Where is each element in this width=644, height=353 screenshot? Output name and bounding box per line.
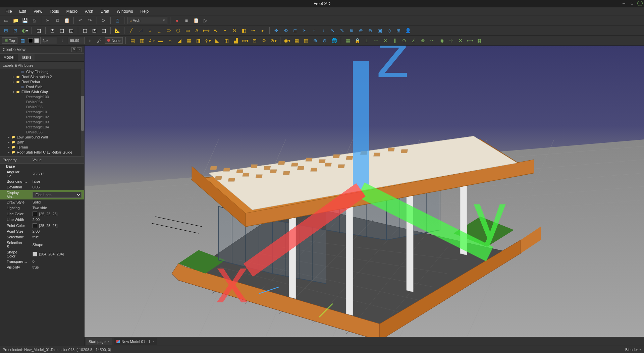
tree-row[interactable]: ◫Roof Slab (0, 84, 84, 89)
cut-icon[interactable]: ✂ (44, 16, 52, 24)
wire2bspline-icon[interactable]: ≋ (347, 26, 356, 35)
snap-special-icon[interactable]: ✕ (457, 37, 465, 45)
draft2sketch-icon[interactable]: ◇ (385, 26, 393, 35)
space-icon[interactable]: ◫ (222, 37, 230, 45)
rebar-icon[interactable]: ⫽▾ (147, 37, 155, 45)
display-mode-dropdown[interactable]: Flat Lines (33, 192, 82, 198)
nav-axis-icon[interactable]: z y x (85, 46, 641, 351)
help-icon[interactable]: ⍰ (113, 16, 121, 24)
open-icon[interactable]: 📁 (11, 16, 19, 24)
move-icon[interactable]: ✥ (272, 26, 280, 35)
close-button[interactable]: × (637, 1, 643, 6)
tree-row[interactable]: DWire054 (0, 99, 84, 104)
equipment-icon[interactable]: ⚙ (260, 37, 268, 45)
addpoint-icon[interactable]: ⊕ (357, 26, 365, 35)
menu-help[interactable]: Help (137, 8, 152, 15)
macro-record-icon[interactable]: ● (173, 16, 181, 24)
snap-ext-icon[interactable]: ⋯ (428, 37, 436, 45)
bspline-icon[interactable]: ∿ (212, 26, 220, 35)
close-tab-icon[interactable]: × (108, 340, 110, 343)
apply-style-icon[interactable]: 🖌 (95, 37, 103, 45)
tree-row[interactable]: ▾📁Filler Slab Clay (0, 89, 84, 94)
close-tab-icon[interactable]: × (152, 340, 154, 343)
line-icon[interactable]: ╱ (127, 26, 135, 35)
property-row[interactable]: Angular De…28.50 ° (0, 169, 84, 179)
construction-mode-icon[interactable]: ▨ (19, 37, 27, 45)
property-row[interactable]: LightingTwo side (0, 205, 84, 211)
property-row[interactable]: Selectabletrue (0, 234, 84, 240)
window-icon[interactable]: ▦ (185, 37, 193, 45)
top-icon[interactable]: ◳ (58, 26, 66, 35)
chevron-down-icon[interactable]: ▾ (639, 347, 641, 352)
left-icon[interactable]: ◲ (100, 26, 108, 35)
snap-endpoint-icon[interactable]: ⊙ (400, 37, 408, 45)
snap-perp-icon[interactable]: ⟂ (363, 37, 371, 45)
property-row[interactable]: Selection S…Shape (0, 240, 84, 249)
property-row[interactable]: Display Mo…Flat Lines (0, 190, 84, 199)
fit-selection-icon[interactable]: ⊡ (11, 26, 19, 35)
fit-all-icon[interactable]: ⊞ (2, 26, 10, 35)
snap-dim-icon[interactable]: ⟷ (466, 37, 474, 45)
survey-icon[interactable]: 🌐 (330, 37, 338, 45)
menu-view[interactable]: View (30, 8, 46, 15)
ellipse-icon[interactable]: ⬭ (165, 26, 173, 35)
property-row[interactable]: Line Width2.00 (0, 217, 84, 223)
copy-icon[interactable]: ⧉ (53, 16, 61, 24)
property-row[interactable]: Shape Color[204, 204, 204] (0, 249, 84, 259)
remove-icon[interactable]: ⊖ (321, 37, 329, 45)
roof-icon[interactable]: ◣ (213, 37, 221, 45)
snap-lock-icon[interactable]: ▦ (344, 37, 352, 45)
tree-row[interactable]: Rectangle104 (0, 124, 84, 129)
rear-icon[interactable]: ◰ (81, 26, 89, 35)
menu-windows[interactable]: Windows (113, 8, 137, 15)
property-row[interactable]: Point Color[25, 25, 25] (0, 223, 84, 229)
property-row[interactable]: Point Size2.00 (0, 229, 84, 234)
snap-midpoint-icon[interactable]: 🔒 (353, 37, 361, 45)
tree-row[interactable]: Rectangle102 (0, 114, 84, 119)
site-icon[interactable]: ◢ (175, 37, 183, 45)
add-icon[interactable]: ⊕ (311, 37, 319, 45)
shapestring-icon[interactable]: S (230, 26, 238, 35)
structure-icon[interactable]: ▥ (138, 37, 146, 45)
scale-icon[interactable]: ⤡ (329, 26, 337, 35)
offset-icon[interactable]: ⊏ (291, 26, 299, 35)
rectangle-icon[interactable]: ▭ (183, 26, 192, 35)
snap-grid-icon[interactable]: ⊹ (372, 37, 380, 45)
menu-draft[interactable]: Draft (97, 8, 113, 15)
face-color-swatch[interactable] (34, 38, 39, 43)
tab-tasks[interactable]: Tasks (18, 54, 35, 61)
line-width-input[interactable] (40, 37, 57, 44)
wire-icon[interactable]: ⩘ (137, 26, 145, 35)
building-icon[interactable]: ⌂ (166, 37, 174, 45)
property-row[interactable]: Transpare…0 (0, 259, 84, 264)
tree-row[interactable]: ▸📁Roof Slab Filler Clay Rebar Guide (0, 150, 84, 155)
tree-row[interactable]: Rectangle100 (0, 94, 84, 99)
draw-style-icon[interactable]: ◐▾ (21, 26, 29, 35)
facebinder-icon[interactable]: ◧ (240, 26, 248, 35)
section-icon[interactable]: ◨ (194, 37, 202, 45)
tree-row[interactable]: ▸📁Low Surround Wall (0, 134, 84, 139)
snap-angle-icon[interactable]: ∠ (410, 37, 418, 45)
measure-icon[interactable]: 📐 (113, 26, 121, 35)
tree-view[interactable]: ◫Clay Flashing▸📁Roof Slab option 2▸📁Roof… (0, 69, 84, 156)
macro-stop-icon[interactable]: ■ (182, 16, 191, 24)
dimension-icon[interactable]: ⟼ (202, 26, 210, 35)
floor-icon[interactable]: ▬ (157, 37, 165, 45)
property-row[interactable]: Draw StyleSolid (0, 199, 84, 205)
tree-row[interactable]: ▸📁Terrain (0, 144, 84, 150)
snap-center-icon[interactable]: ⊗ (419, 37, 427, 45)
snap-near-icon[interactable]: ◉ (438, 37, 446, 45)
polygon-icon[interactable]: ⬠ (174, 26, 182, 35)
menu-file[interactable]: File (2, 8, 15, 15)
tree-row[interactable]: Rectangle101 (0, 109, 84, 114)
menu-macro[interactable]: Macro (63, 8, 81, 15)
workbench-dropdown[interactable]: ⌂ Arch (127, 17, 167, 24)
snap-parallel-icon[interactable]: ∥ (391, 37, 399, 45)
wall-icon[interactable]: ▤ (128, 37, 137, 45)
circle-icon[interactable]: ○ (146, 26, 154, 35)
panel-icon[interactable]: ▭▾ (241, 37, 249, 45)
redo-icon[interactable]: ↷ (86, 16, 94, 24)
clone-icon[interactable]: 👤 (404, 26, 412, 35)
tab-start-page[interactable]: Start page × (86, 338, 112, 345)
maximize-button[interactable]: ◇ (629, 1, 635, 6)
